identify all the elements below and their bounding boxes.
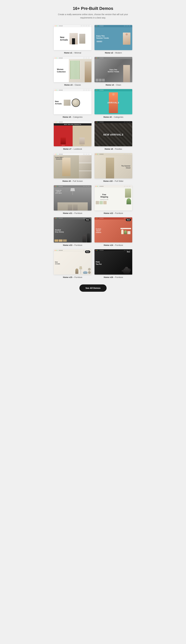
demo-item-v1: SODER NewArrivals [54, 25, 92, 54]
v1-figure1 [70, 33, 78, 44]
demo-label-v11: Home v11 – Furniture [63, 212, 82, 214]
demo-thumb-v1[interactable]: SODER NewArrivals [54, 25, 92, 50]
v15-vase1 [75, 268, 78, 274]
demo-item-v7: SODER Best Selling Products $29.99 [54, 121, 92, 150]
dot-yellow [56, 90, 56, 90]
demo-thumb-v8[interactable]: SODER New Arrivals [94, 121, 132, 146]
v15-lamp [79, 266, 83, 274]
demo-thumb-v15[interactable]: New SODER [54, 249, 92, 274]
dot-red [95, 26, 96, 26]
see-all-button[interactable]: See All Demos [80, 284, 106, 292]
dot-green [97, 218, 98, 218]
v2-heading: Enjoy ThisSummer Trends [96, 35, 109, 39]
mock-logo: SODER [59, 218, 63, 219]
v11-lamp [70, 188, 75, 195]
demo-item-v9: SODER Faded EffectSweatshirt [54, 153, 92, 182]
v7-product-1: $29.99 [54, 126, 73, 146]
demo-item-v4: SODER Enjoy ThisSummer Trends [94, 57, 132, 86]
v2-text: Enjoy ThisSummer Trends Shop Now [96, 35, 109, 42]
badge-new-v16: New [126, 250, 131, 253]
dot-green [57, 122, 57, 122]
demo-thumb-v5[interactable]: SODER NewArrivals [54, 89, 92, 114]
dot-yellow [56, 250, 56, 251]
demo-label-v10: Home v10 – Full Slider [103, 180, 123, 182]
demo-item-v10: SODER The SummerCloset [94, 153, 132, 182]
v15-sm2 [88, 271, 91, 274]
demo-thumb-v9[interactable]: SODER Faded EffectSweatshirt [54, 153, 92, 178]
v12-item1 [96, 201, 99, 204]
dot-yellow [56, 218, 56, 218]
v11-chair1 [68, 204, 72, 210]
demo-label-v4: Home v4 – Clean [106, 84, 121, 86]
v4-mini2 [99, 79, 102, 82]
v2-btn: Shop Now [96, 41, 102, 42]
v8-text: New Arrivals [103, 134, 123, 136]
v4-text: Enjoy ThisSummer Trends [108, 69, 119, 73]
demo-thumb-v16[interactable]: New SODER [94, 249, 132, 274]
mock-logo: SODER [99, 154, 104, 155]
v16-text: HiataTea Pot [96, 261, 102, 265]
demo-thumb-v4[interactable]: SODER Enjoy ThisSummer Trends [94, 57, 132, 82]
v4-mini-imgs [96, 79, 105, 82]
demo-thumb-v10[interactable]: SODER The SummerCloset [94, 153, 132, 178]
mock-logo: SODER [59, 90, 63, 90]
dot-red [95, 186, 96, 186]
dot-green [57, 26, 57, 26]
demo-thumb-v13[interactable]: New SODER [54, 217, 92, 243]
badge-new-v13: New [85, 218, 90, 221]
demo-thumb-v6[interactable]: SODER Arrivals [94, 89, 132, 114]
dot-green [97, 186, 98, 186]
dot-red [55, 58, 55, 58]
demo-thumb-v12[interactable]: SODER FreeShipping Start [94, 185, 132, 210]
dot-green [97, 58, 98, 58]
demo-item-v12: SODER FreeShipping Start [94, 185, 132, 214]
v5-watch [72, 98, 80, 107]
demo-thumb-v3[interactable]: SODER WomanCollection [54, 57, 92, 82]
demo-item-v5: SODER NewArrivals [54, 89, 92, 118]
page-subtitle: Create a really awesome online store, ch… [54, 13, 132, 20]
v13-heading: SmokedGrey Glossy [55, 229, 64, 233]
v12-left: FreeShipping Starting from $99 [96, 188, 113, 209]
v14-shelf [120, 228, 131, 229]
demo-label-v16: Home v16 – Furniture [104, 276, 123, 278]
demo-thumb-v14[interactable]: New SODER [94, 217, 132, 243]
v13-small-item1 [55, 240, 58, 242]
v11-text: Create theperfectwork space [55, 190, 62, 194]
v10-heading: The SummerCloset [121, 165, 130, 169]
dot-yellow [56, 154, 56, 154]
dot-green [57, 218, 57, 218]
v5-heading: NewArrivals [55, 100, 63, 105]
dot-red [55, 90, 55, 90]
dot-yellow [96, 58, 97, 58]
mock-logo: SODER [99, 186, 104, 187]
dot-green [57, 58, 57, 58]
v16-heading: HiataTea Pot [96, 261, 102, 265]
dot-yellow [56, 58, 56, 58]
v4-mini3 [102, 79, 105, 82]
v1-figure2 [79, 34, 85, 44]
dot-yellow [96, 90, 97, 90]
dot-yellow [96, 26, 97, 26]
demo-label-v8: Home v8 – Parallax [105, 148, 122, 150]
demo-label-v3: Home v3 – Classic [64, 84, 81, 86]
demo-thumb-v11[interactable]: SODER Create theperfectwork space [54, 185, 92, 210]
v15-bowl [83, 271, 88, 274]
demos-grid: SODER NewArrivals [54, 25, 132, 278]
v12-items [96, 201, 113, 204]
demo-label-v1: Home v1 – Minimal [64, 52, 81, 54]
dot-red [55, 186, 55, 186]
demo-thumb-v2[interactable]: SODER Enjoy ThisSummer Trends [94, 25, 132, 50]
demo-label-v5: Home v5 – Categories [63, 116, 83, 118]
v10-text: The SummerCloset [121, 165, 130, 169]
mock-logo: SODER [99, 90, 104, 90]
demo-thumb-v7[interactable]: SODER Best Selling Products $29.99 [54, 121, 92, 146]
v11-lamp-shade [70, 188, 75, 191]
dot-red [55, 154, 55, 154]
v15-items [75, 266, 92, 274]
dot-yellow [56, 122, 56, 122]
demo-label-v7: Home v7 – Lookbook [63, 148, 82, 150]
demo-label-v13: Home v13 – Furniture [63, 244, 82, 246]
dot-green [57, 186, 57, 186]
v7-header: Best Selling Products [54, 123, 92, 126]
page-title: 16+ Pre-Built Demos [54, 6, 132, 11]
